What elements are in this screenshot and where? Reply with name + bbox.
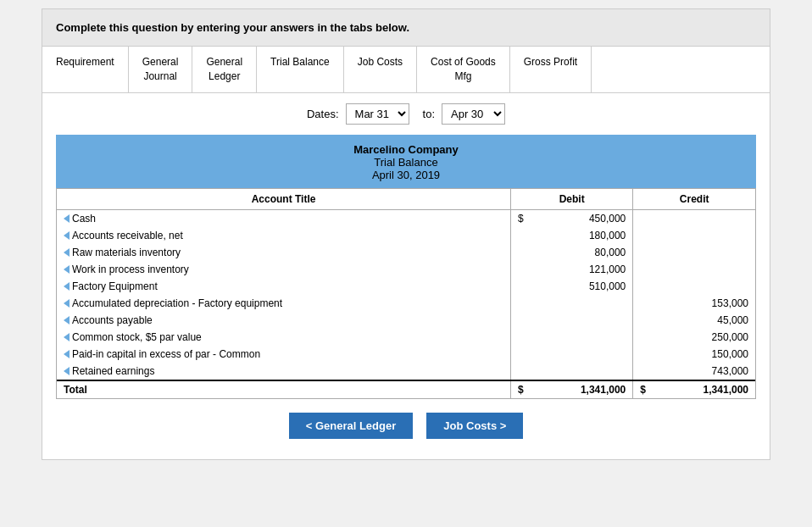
tabs-row: Requirement GeneralJournal GeneralLedger…	[42, 47, 770, 93]
credit-cell	[633, 278, 755, 295]
credit-cell	[633, 227, 755, 244]
credit-cell	[633, 261, 755, 278]
trial-balance-table: Account Title Debit Credit Cash$450,000A…	[57, 188, 755, 398]
total-label: Total	[57, 380, 511, 398]
credit-cell: 45,000	[633, 312, 755, 329]
row-arrow-icon	[64, 350, 70, 358]
account-cell: Retained earnings	[57, 363, 511, 380]
date-to-select[interactable]: Apr 30 Mar 31	[442, 103, 505, 125]
date-from-select[interactable]: Mar 31 Apr 30	[346, 103, 409, 125]
debit-cell	[511, 329, 633, 346]
report-title: Trial Balance	[56, 156, 756, 169]
report-header: Marcelino Company Trial Balance April 30…	[56, 135, 756, 188]
debit-cell: 180,000	[511, 227, 633, 244]
col-header-debit: Debit	[511, 188, 633, 209]
account-cell: Paid-in capital in excess of par - Commo…	[57, 346, 511, 363]
table-row: Retained earnings743,000	[57, 363, 755, 380]
instruction-bar: Complete this question by entering your …	[42, 9, 770, 47]
row-arrow-icon	[64, 214, 70, 223]
row-arrow-icon	[64, 231, 70, 240]
dates-row: Dates: Mar 31 Apr 30 to: Apr 30 Mar 31	[56, 103, 756, 125]
row-arrow-icon	[64, 316, 70, 325]
debit-cell	[511, 363, 633, 380]
credit-cell: 153,000	[633, 295, 755, 312]
table-row: Common stock, $5 par value250,000	[57, 329, 755, 346]
credit-cell: 250,000	[633, 329, 755, 346]
row-arrow-icon	[64, 282, 70, 291]
debit-cell: 80,000	[511, 244, 633, 261]
tab-trial-balance[interactable]: Trial Balance	[257, 47, 344, 92]
table-row: Accumulated depreciation - Factory equip…	[57, 295, 755, 312]
account-cell: Factory Equipment	[57, 278, 511, 295]
debit-cell: 510,000	[511, 278, 633, 295]
tab-general-ledger[interactable]: GeneralLedger	[192, 47, 257, 92]
dollar-sign: $	[518, 384, 524, 396]
instruction-text: Complete this question by entering your …	[56, 21, 409, 34]
row-arrow-icon	[64, 265, 70, 274]
total-debit: $1,341,000	[511, 380, 633, 398]
total-row: Total$1,341,000$1,341,000	[57, 380, 755, 398]
account-cell: Accounts receivable, net	[57, 227, 511, 244]
debit-cell: 121,000	[511, 261, 633, 278]
content-area: Dates: Mar 31 Apr 30 to: Apr 30 Mar 31 M…	[42, 93, 770, 459]
table-row: Accounts payable45,000	[57, 312, 755, 329]
company-name: Marcelino Company	[56, 143, 756, 156]
to-label: to:	[423, 108, 435, 120]
credit-cell: 743,000	[633, 363, 755, 380]
row-arrow-icon	[64, 248, 70, 257]
account-cell: Accumulated depreciation - Factory equip…	[57, 295, 511, 312]
table-row: Work in process inventory121,000	[57, 261, 755, 278]
tab-general-journal[interactable]: GeneralJournal	[129, 47, 193, 92]
credit-cell: 150,000	[633, 346, 755, 363]
col-header-credit: Credit	[633, 188, 755, 209]
table-row: Accounts receivable, net180,000	[57, 227, 755, 244]
debit-cell	[511, 312, 633, 329]
prev-button[interactable]: < General Ledger	[289, 413, 414, 439]
tab-cost-of-goods-mfg[interactable]: Cost of GoodsMfg	[417, 47, 510, 92]
table-row: Cash$450,000	[57, 209, 755, 227]
tab-job-costs[interactable]: Job Costs	[344, 47, 417, 92]
credit-cell	[633, 244, 755, 261]
dollar-sign: $	[640, 384, 646, 396]
bottom-nav: < General Ledger Job Costs >	[56, 399, 756, 449]
account-cell: Work in process inventory	[57, 261, 511, 278]
tab-gross-profit[interactable]: Gross Profit	[510, 47, 592, 92]
table-row: Paid-in capital in excess of par - Commo…	[57, 346, 755, 363]
report-date: April 30, 2019	[56, 169, 756, 181]
table-row: Raw materials inventory80,000	[57, 244, 755, 261]
account-cell: Accounts payable	[57, 312, 511, 329]
debit-cell	[511, 346, 633, 363]
debit-cell	[511, 295, 633, 312]
col-header-account: Account Title	[57, 188, 511, 209]
dates-label: Dates:	[307, 108, 339, 120]
trial-balance-table-container: Account Title Debit Credit Cash$450,000A…	[56, 188, 756, 399]
row-arrow-icon	[64, 367, 70, 375]
main-container: Complete this question by entering your …	[42, 8, 770, 460]
credit-cell	[633, 209, 755, 227]
debit-cell: $450,000	[511, 209, 633, 227]
account-cell: Cash	[57, 209, 511, 227]
next-button[interactable]: Job Costs >	[426, 413, 523, 439]
row-arrow-icon	[64, 299, 70, 308]
table-row: Factory Equipment510,000	[57, 278, 755, 295]
dollar-sign: $	[518, 213, 524, 225]
row-arrow-icon	[64, 333, 70, 341]
total-credit: $1,341,000	[633, 380, 755, 398]
account-cell: Common stock, $5 par value	[57, 329, 511, 346]
tab-requirement[interactable]: Requirement	[42, 47, 129, 92]
account-cell: Raw materials inventory	[57, 244, 511, 261]
